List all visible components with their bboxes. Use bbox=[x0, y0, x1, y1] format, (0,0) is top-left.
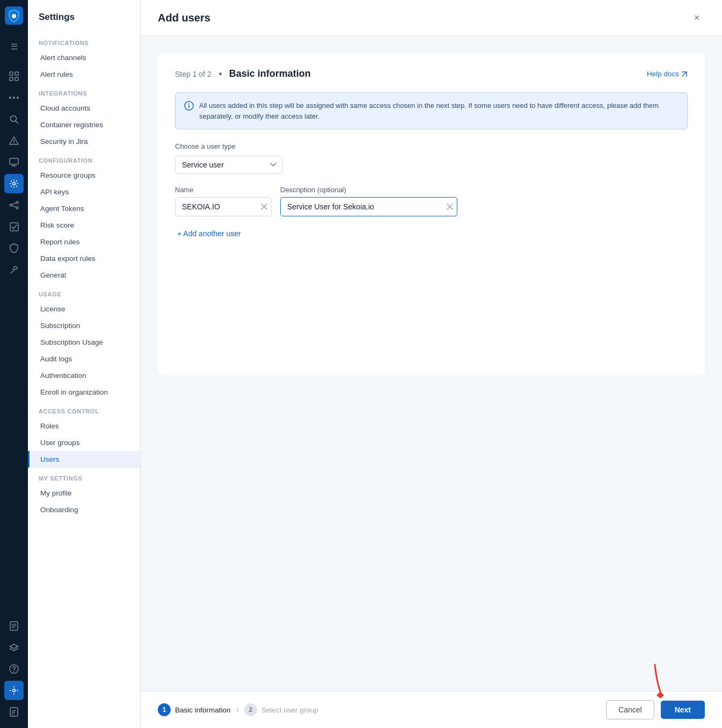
sidebar-item-cloud-accounts[interactable]: Cloud accounts bbox=[28, 100, 140, 117]
modal-title: Add users bbox=[158, 12, 210, 24]
description-clear-button[interactable] bbox=[447, 203, 453, 210]
checklist-icon[interactable] bbox=[4, 217, 24, 236]
dashboard-icon[interactable] bbox=[4, 67, 24, 86]
help-bottom-icon[interactable] bbox=[4, 659, 24, 679]
name-input-wrap bbox=[175, 197, 272, 216]
icon-bar: ☰ bbox=[0, 0, 28, 728]
sidebar-item-license[interactable]: License bbox=[28, 301, 140, 317]
user-type-label: Choose a user type bbox=[175, 142, 688, 150]
footer-step-arrow: › bbox=[236, 705, 239, 715]
name-input[interactable] bbox=[175, 197, 272, 216]
sidebar-item-resource-groups[interactable]: Resource groups bbox=[28, 167, 140, 184]
next-button[interactable]: Next bbox=[661, 701, 705, 719]
sidebar-item-enroll-in-organization[interactable]: Enroll in organization bbox=[28, 384, 140, 401]
svg-rect-33 bbox=[10, 708, 18, 716]
nav-sidebar: Settings NOTIFICATIONSAlert channelsAler… bbox=[28, 0, 141, 728]
apps-icon[interactable] bbox=[4, 88, 24, 107]
description-input[interactable] bbox=[280, 197, 457, 216]
footer-step-2: 2 Select user group bbox=[244, 703, 318, 716]
step-header: Step 1 of 2 Basic information Help docs bbox=[175, 68, 688, 79]
settings-icon[interactable] bbox=[4, 174, 24, 193]
help-docs-link[interactable]: Help docs bbox=[647, 70, 688, 78]
svg-rect-3 bbox=[15, 72, 18, 75]
svg-rect-5 bbox=[15, 77, 18, 81]
info-icon bbox=[184, 101, 194, 121]
user-fields-row: Name Description (optional) bbox=[175, 186, 688, 216]
name-label: Name bbox=[175, 186, 272, 194]
cancel-button[interactable]: Cancel bbox=[606, 700, 654, 719]
nav-section-label: INTEGRATIONS bbox=[28, 83, 140, 100]
step-name: Basic information bbox=[229, 68, 311, 79]
svg-marker-45 bbox=[657, 691, 664, 698]
svg-rect-4 bbox=[10, 77, 13, 81]
name-field-group: Name bbox=[175, 186, 272, 216]
svg-point-17 bbox=[13, 183, 16, 185]
sidebar-item-general[interactable]: General bbox=[28, 267, 140, 283]
workflow-icon[interactable] bbox=[4, 195, 24, 215]
layers-bottom-icon[interactable] bbox=[4, 638, 24, 657]
reports-bottom-icon[interactable] bbox=[4, 702, 24, 722]
alert-icon[interactable] bbox=[4, 131, 24, 150]
sidebar-item-audit-logs[interactable]: Audit logs bbox=[28, 351, 140, 367]
sidebar-item-api-keys[interactable]: API keys bbox=[28, 184, 140, 200]
modal-body: Step 1 of 2 Basic information Help docs … bbox=[141, 36, 722, 691]
nav-section-label: MY SETTINGS bbox=[28, 468, 140, 485]
footer-step-2-num: 2 bbox=[244, 703, 257, 716]
svg-point-7 bbox=[13, 97, 15, 99]
document-bottom-icon[interactable] bbox=[4, 616, 24, 636]
search-icon[interactable] bbox=[4, 110, 24, 129]
svg-line-21 bbox=[12, 203, 16, 205]
svg-point-30 bbox=[10, 665, 18, 673]
sidebar-item-users[interactable]: Users bbox=[28, 451, 140, 468]
svg-line-37 bbox=[682, 72, 687, 76]
sidebar-item-report-rules[interactable]: Report rules bbox=[28, 234, 140, 250]
menu-icon[interactable]: ☰ bbox=[4, 37, 24, 56]
sidebar-item-alert-channels[interactable]: Alert channels bbox=[28, 49, 140, 66]
name-clear-button[interactable] bbox=[261, 203, 267, 210]
sidebar-item-data-export-rules[interactable]: Data export rules bbox=[28, 250, 140, 267]
description-field-group: Description (optional) bbox=[280, 186, 457, 216]
footer-buttons: Cancel Next bbox=[606, 700, 705, 719]
user-type-select[interactable]: Service user Human user bbox=[175, 156, 282, 174]
app-logo bbox=[5, 6, 23, 27]
sidebar-item-user-groups[interactable]: User groups bbox=[28, 434, 140, 451]
add-another-user-link[interactable]: + Add another user bbox=[177, 229, 241, 238]
svg-point-31 bbox=[13, 671, 14, 672]
svg-point-13 bbox=[13, 143, 14, 144]
svg-line-24 bbox=[11, 271, 13, 273]
svg-point-40 bbox=[188, 104, 189, 105]
sidebar-item-onboarding[interactable]: Onboarding bbox=[28, 501, 140, 518]
sidebar-item-roles[interactable]: Roles bbox=[28, 418, 140, 434]
svg-point-19 bbox=[16, 201, 18, 203]
sidebar-item-alert-rules[interactable]: Alert rules bbox=[28, 66, 140, 83]
sidebar-item-agent-tokens[interactable]: Agent Tokens bbox=[28, 200, 140, 217]
sidebar-item-container-registries[interactable]: Container registries bbox=[28, 117, 140, 133]
gear-bottom-icon[interactable] bbox=[4, 681, 24, 700]
sidebar-item-subscription-usage[interactable]: Subscription Usage bbox=[28, 334, 140, 351]
svg-rect-2 bbox=[10, 72, 13, 75]
footer-step-1: 1 Basic information bbox=[158, 703, 231, 716]
tool-icon[interactable] bbox=[4, 260, 24, 279]
sidebar-item-security-in-jira[interactable]: Security in Jira bbox=[28, 133, 140, 150]
sidebar-item-risk-score[interactable]: Risk score bbox=[28, 217, 140, 234]
svg-line-10 bbox=[16, 121, 18, 123]
svg-point-8 bbox=[17, 97, 19, 99]
sidebar-item-authentication[interactable]: Authentication bbox=[28, 367, 140, 384]
red-arrow-indicator bbox=[641, 662, 668, 702]
info-text: All users added in this step will be ass… bbox=[199, 100, 679, 121]
svg-point-32 bbox=[13, 689, 16, 692]
footer-step-1-num: 1 bbox=[158, 703, 171, 716]
modal-close-button[interactable]: × bbox=[689, 10, 705, 26]
svg-marker-29 bbox=[10, 644, 18, 649]
sidebar-item-subscription[interactable]: Subscription bbox=[28, 317, 140, 334]
svg-point-1 bbox=[12, 14, 16, 18]
main-content: Add users × Step 1 of 2 Basic informatio… bbox=[141, 0, 722, 728]
sidebar-item-my-profile[interactable]: My profile bbox=[28, 485, 140, 501]
monitor-icon[interactable] bbox=[4, 152, 24, 172]
svg-rect-14 bbox=[10, 158, 18, 164]
description-label: Description (optional) bbox=[280, 186, 457, 194]
shield-icon[interactable] bbox=[4, 238, 24, 258]
footer-step-2-label: Select user group bbox=[261, 706, 318, 714]
help-docs-label: Help docs bbox=[647, 70, 679, 78]
step-info: Step 1 of 2 Basic information bbox=[175, 68, 311, 79]
